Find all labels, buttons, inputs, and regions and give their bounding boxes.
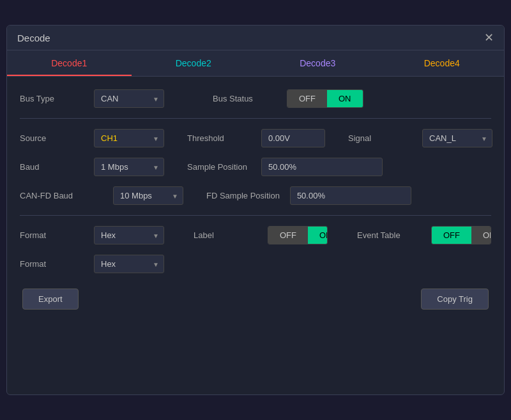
label-on-btn[interactable]: ON [308, 227, 328, 244]
bottom-actions: Export Copy Trig [20, 289, 491, 310]
event-table-off-btn[interactable]: OFF [432, 227, 471, 244]
format1-select[interactable]: Hex [94, 226, 164, 244]
tab-decode1[interactable]: Decode1 [7, 50, 132, 76]
bus-status-on-btn[interactable]: ON [327, 90, 363, 107]
fd-sample-position-label: FD Sample Position [206, 191, 280, 200]
event-table-on-btn[interactable]: ON [471, 227, 491, 244]
format2-label: Format [20, 259, 84, 269]
sample-position-input[interactable] [261, 158, 383, 176]
canfd-baud-label: CAN-FD Baud [20, 191, 103, 200]
event-table-label: Event Table [357, 230, 421, 240]
tab-decode2[interactable]: Decode2 [132, 50, 256, 76]
content-area: Bus Type CAN ▼ Bus Status OFF ON Source … [7, 77, 504, 322]
label-toggle-label: Label [194, 230, 257, 240]
bus-status-toggle: OFF ON [287, 89, 363, 108]
row-format-label-event: Format Hex ▼ Label OFF ON Event Table OF… [20, 226, 491, 244]
signal-select[interactable]: CAN_L [422, 129, 492, 147]
close-button[interactable]: ✕ [484, 32, 494, 43]
format2-select-wrap: Hex ▼ [94, 255, 164, 273]
tab-decode3[interactable]: Decode3 [256, 50, 380, 76]
format2-select[interactable]: Hex [94, 255, 164, 273]
bus-status-label: Bus Status [213, 94, 277, 103]
label-off-btn[interactable]: OFF [268, 227, 308, 244]
decode-dialog: Decode ✕ Decode1 Decode2 Decode3 Decode4… [6, 25, 505, 395]
row-format2: Format Hex ▼ [20, 255, 491, 273]
canfd-baud-select[interactable]: 10 Mbps [113, 186, 183, 205]
dialog-title: Decode [17, 33, 50, 43]
title-bar: Decode ✕ [7, 26, 504, 50]
format1-select-wrap: Hex ▼ [94, 226, 164, 244]
bus-type-label: Bus Type [20, 94, 84, 103]
source-label: Source [20, 133, 84, 143]
fd-sample-position-input[interactable] [290, 186, 411, 205]
baud-label: Baud [20, 162, 84, 172]
format1-label: Format [20, 230, 84, 240]
tab-bar: Decode1 Decode2 Decode3 Decode4 [7, 50, 504, 77]
threshold-input[interactable] [261, 129, 325, 147]
bus-type-select[interactable]: CAN [94, 89, 164, 108]
row-bus-type-status: Bus Type CAN ▼ Bus Status OFF ON [20, 89, 491, 108]
threshold-label: Threshold [187, 133, 251, 143]
divider-2 [20, 215, 491, 216]
canfd-baud-select-wrap: 10 Mbps ▼ [113, 186, 183, 205]
export-button[interactable]: Export [22, 289, 79, 310]
event-table-toggle: OFF ON [431, 226, 491, 244]
baud-select-wrap: 1 Mbps ▼ [94, 158, 164, 176]
source-select-wrap: CH1 ▼ [94, 129, 164, 147]
signal-select-wrap: CAN_L ▼ [422, 129, 492, 147]
divider-1 [20, 118, 491, 119]
signal-label: Signal [348, 133, 412, 143]
label-toggle: OFF ON [268, 226, 328, 244]
row-canfd-baud-fd-sample: CAN-FD Baud 10 Mbps ▼ FD Sample Position [20, 186, 491, 205]
bus-type-select-wrap: CAN ▼ [94, 89, 164, 108]
bus-status-off-btn[interactable]: OFF [287, 90, 327, 107]
tab-decode4[interactable]: Decode4 [380, 50, 505, 76]
baud-select[interactable]: 1 Mbps [94, 158, 164, 176]
row-baud-sample: Baud 1 Mbps ▼ Sample Position [20, 158, 491, 176]
sample-position-label: Sample Position [187, 162, 251, 172]
row-source-threshold-signal: Source CH1 ▼ Threshold Signal CAN_L ▼ [20, 129, 491, 147]
copy-trig-button[interactable]: Copy Trig [421, 289, 489, 310]
source-select[interactable]: CH1 [94, 129, 164, 147]
